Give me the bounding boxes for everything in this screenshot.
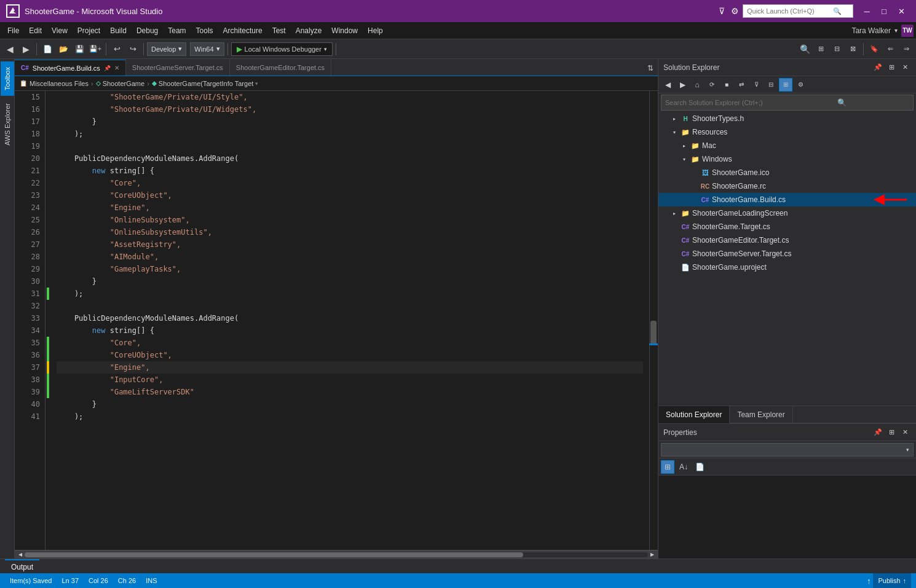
props-alphabetical-btn[interactable]: A↓ xyxy=(677,460,690,474)
breadcrumb-part-2[interactable]: ◆ ShooterGame(TargetInfo Target ▾ xyxy=(152,80,259,87)
se-search-box[interactable]: 🔍 xyxy=(661,95,914,111)
breadcrumb-part-0[interactable]: Miscellaneous Files xyxy=(30,80,89,87)
code-line-33: PublicDependencyModuleNames.AddRange( xyxy=(57,312,643,324)
save-button[interactable]: 💾 xyxy=(72,42,87,57)
menu-build[interactable]: Build xyxy=(105,22,132,39)
code-line-25: "OnlineSubsystem", xyxy=(57,214,643,226)
back-button[interactable]: ◀ xyxy=(2,42,17,57)
toolbar-icon-6[interactable]: ⇐ xyxy=(883,42,898,57)
menu-project[interactable]: Project xyxy=(73,22,105,39)
menu-window[interactable]: Window xyxy=(326,22,363,39)
props-close-button[interactable]: ✕ xyxy=(899,426,911,439)
menu-analyze[interactable]: Analyze xyxy=(291,22,327,39)
code-line-38: "InputCore", xyxy=(57,374,643,386)
se-search-input[interactable] xyxy=(665,99,837,106)
tree-shootergameeditor-target[interactable]: C# ShooterGameEditor.Target.cs xyxy=(658,233,916,247)
code-line-22: "Core", xyxy=(57,177,643,189)
menu-tools[interactable]: Tools xyxy=(191,22,218,39)
se-tab-team-explorer[interactable]: Team Explorer xyxy=(730,406,792,423)
platform-dropdown[interactable]: Win64 ▾ xyxy=(190,42,224,56)
tree-label-ico: ShooterGame.ico xyxy=(712,168,911,177)
quick-launch-input[interactable] xyxy=(747,7,833,15)
code-content[interactable]: "ShooterGame/Private/UI/Style", "Shooter… xyxy=(50,91,649,550)
se-close-button[interactable]: ✕ xyxy=(899,61,911,74)
new-file-button[interactable]: 📄 xyxy=(40,42,55,57)
se-sync-btn[interactable]: ⇄ xyxy=(735,78,748,92)
menu-edit[interactable]: Edit xyxy=(24,22,47,39)
se-forward-btn[interactable]: ▶ xyxy=(676,78,689,92)
toolbar-right-icons: 🔍 ⊞ ⊟ ⊠ 🔖 ⇐ ⇒ xyxy=(797,42,914,57)
hscroll-track[interactable] xyxy=(25,552,648,557)
menu-help[interactable]: Help xyxy=(363,22,388,39)
props-dropdown[interactable]: ▾ xyxy=(661,443,914,457)
se-dock-button[interactable]: ⊞ xyxy=(885,61,898,74)
tree-mac[interactable]: 📁 Mac xyxy=(658,139,916,152)
menu-file[interactable]: File xyxy=(2,22,24,39)
breadcrumb-sep-2: › xyxy=(147,80,149,87)
tree-resources[interactable]: 📁 Resources xyxy=(658,125,916,139)
code-line-20: PublicDependencyModuleNames.AddRange( xyxy=(57,152,643,165)
props-pages-btn[interactable]: 📄 xyxy=(693,460,706,474)
se-stop-btn[interactable]: ■ xyxy=(720,78,733,92)
toolbar-icon-4[interactable]: ⊠ xyxy=(845,42,860,57)
quick-launch-box[interactable]: 🔍 xyxy=(743,4,853,18)
maximize-button[interactable]: □ xyxy=(875,2,893,20)
se-back-btn[interactable]: ◀ xyxy=(661,78,674,92)
search-icon: 🔍 xyxy=(833,7,842,15)
user-dropdown-icon[interactable]: ▾ xyxy=(894,27,898,34)
breadcrumb-part-1[interactable]: ◇ ShooterGame xyxy=(96,80,144,87)
se-tab-solution-explorer[interactable]: Solution Explorer xyxy=(658,406,730,423)
toolbar-icon-5[interactable]: 🔖 xyxy=(867,42,882,57)
open-button[interactable]: 📂 xyxy=(56,42,71,57)
se-collapse-btn[interactable]: ⊟ xyxy=(764,78,778,92)
menu-test[interactable]: Test xyxy=(267,22,291,39)
h-scrollbar[interactable]: ◀ ▶ xyxy=(15,550,658,559)
tree-shootergame-build[interactable]: C# ShooterGame.Build.cs xyxy=(658,193,916,206)
hscroll-right[interactable]: ▶ xyxy=(648,551,657,559)
tab-shootergameeditor[interactable]: ShooterGameEditor.Target.cs xyxy=(230,60,331,76)
tree-shootergame-target[interactable]: C# ShooterGame.Target.cs xyxy=(658,220,916,233)
props-dock-button[interactable]: ⊞ xyxy=(885,426,898,439)
tab-close-0[interactable]: ✕ xyxy=(114,65,119,71)
se-settings-btn[interactable]: ⚙ xyxy=(794,78,807,92)
menu-view[interactable]: View xyxy=(47,22,73,39)
hscroll-left[interactable]: ◀ xyxy=(16,551,25,559)
tree-shootergameserver-target[interactable]: C# ShooterGameServer.Target.cs xyxy=(658,247,916,261)
menu-team[interactable]: Team xyxy=(163,22,191,39)
debugger-label: Local Windows Debugger xyxy=(245,45,322,53)
undo-button[interactable]: ↩ xyxy=(109,42,124,57)
aws-explorer-tab[interactable]: AWS Explorer xyxy=(1,98,14,151)
tree-shootertypes[interactable]: H ShooterTypes.h xyxy=(658,112,916,125)
minimize-button[interactable]: ─ xyxy=(858,2,875,20)
toolbar-icon-2[interactable]: ⊞ xyxy=(813,42,828,57)
se-filter-btn[interactable]: ⊽ xyxy=(749,78,763,92)
props-categorized-btn[interactable]: ⊞ xyxy=(661,460,674,474)
publish-button[interactable]: Publish ↑ xyxy=(873,573,911,588)
status-ln: Ln 37 xyxy=(57,577,84,584)
se-home-btn[interactable]: ⌂ xyxy=(690,78,704,92)
toolbar-icon-7[interactable]: ⇒ xyxy=(899,42,914,57)
se-refresh-btn[interactable]: ⟳ xyxy=(705,78,719,92)
menu-debug[interactable]: Debug xyxy=(132,22,163,39)
tree-shootergame-uproject[interactable]: 📄 ShooterGame.uproject xyxy=(658,261,916,274)
se-view-btn[interactable]: ⊞ xyxy=(779,78,792,92)
tab-shootergameserver[interactable]: ShooterGameServer.Target.cs xyxy=(126,60,230,76)
output-tab[interactable]: Output xyxy=(5,559,39,574)
toolbox-tab[interactable]: Toolbox xyxy=(1,61,14,96)
props-pin-button[interactable]: 📌 xyxy=(872,426,884,439)
toolbar-icon-3[interactable]: ⊟ xyxy=(829,42,844,57)
redo-button[interactable]: ↪ xyxy=(125,42,140,57)
forward-button[interactable]: ▶ xyxy=(18,42,33,57)
tree-windows[interactable]: 📁 Windows xyxy=(658,152,916,166)
tree-shootergame-ico[interactable]: 🖼 ShooterGame.ico xyxy=(658,166,916,179)
menu-architecture[interactable]: Architecture xyxy=(218,22,267,39)
save-all-button[interactable]: 💾+ xyxy=(88,42,103,57)
split-editor-button[interactable]: ⇅ xyxy=(643,61,658,76)
config-dropdown[interactable]: Develop ▾ xyxy=(147,42,186,56)
close-button[interactable]: ✕ xyxy=(893,2,910,20)
debug-button[interactable]: ▶ Local Windows Debugger ▾ xyxy=(231,42,333,56)
tab-shootergame-build[interactable]: C# ShooterGame.Build.cs 📌 ✕ xyxy=(15,60,126,76)
toolbar-icon-1[interactable]: 🔍 xyxy=(797,42,812,57)
se-pin-button[interactable]: 📌 xyxy=(872,61,884,74)
vertical-scrollbar[interactable] xyxy=(649,91,658,550)
